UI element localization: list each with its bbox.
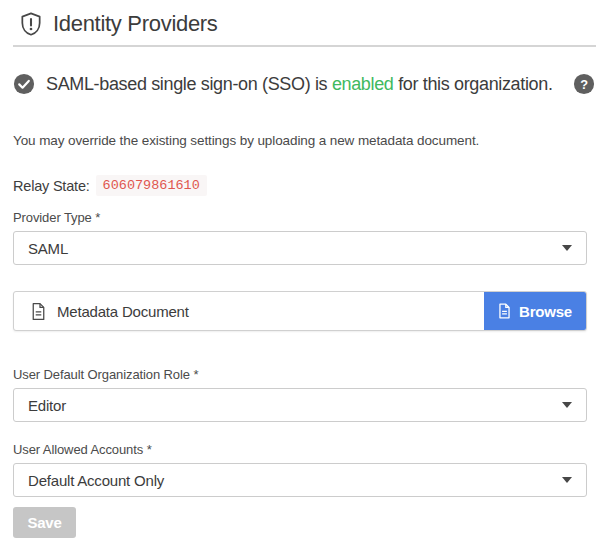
user-default-org-role-select[interactable]: Editor — [13, 388, 587, 422]
override-description: You may override the existing settings b… — [13, 133, 587, 148]
svg-text:?: ? — [580, 77, 588, 92]
chevron-down-icon — [562, 402, 572, 408]
user-allowed-accounts-value: Default Account Only — [28, 472, 562, 489]
metadata-document-placeholder-area: Metadata Document — [14, 302, 484, 321]
chevron-down-icon — [562, 477, 572, 483]
chevron-down-icon — [562, 245, 572, 251]
metadata-document-file-input[interactable]: Metadata Document Browse — [13, 291, 587, 331]
browse-button-label: Browse — [519, 303, 572, 320]
user-allowed-accounts-select[interactable]: Default Account Only — [13, 463, 587, 497]
sso-status-text-after: for this organization. — [394, 74, 553, 94]
identity-providers-page: Identity Providers SAML-based single sig… — [0, 0, 600, 552]
provider-type-value: SAML — [28, 240, 562, 257]
document-icon — [31, 302, 46, 321]
metadata-document-placeholder: Metadata Document — [57, 303, 189, 320]
provider-type-select[interactable]: SAML — [13, 231, 587, 265]
sso-status-enabled: enabled — [332, 74, 394, 94]
check-circle-icon — [13, 73, 35, 95]
user-allowed-accounts-label: User Allowed Accounts * — [13, 442, 587, 457]
user-default-org-role-value: Editor — [28, 397, 562, 414]
sso-status-text: SAML-based single sign-on (SSO) is enabl… — [46, 74, 562, 95]
save-button[interactable]: Save — [13, 507, 76, 538]
relay-state-row: Relay State: 606079861610 — [13, 175, 587, 196]
question-circle-icon[interactable]: ? — [573, 73, 595, 95]
user-default-org-role-label: User Default Organization Role * — [13, 367, 587, 382]
relay-state-label: Relay State: — [13, 178, 90, 194]
page-header: Identity Providers — [13, 0, 596, 47]
browse-document-icon — [498, 303, 511, 319]
shield-exclamation-icon — [18, 10, 44, 38]
sso-status-text-before: SAML-based single sign-on (SSO) is — [46, 74, 332, 94]
provider-type-label: Provider Type * — [13, 210, 587, 225]
sso-status-row: SAML-based single sign-on (SSO) is enabl… — [13, 71, 595, 97]
page-title: Identity Providers — [53, 11, 218, 37]
browse-button[interactable]: Browse — [484, 292, 586, 330]
relay-state-value: 606079861610 — [96, 175, 207, 196]
